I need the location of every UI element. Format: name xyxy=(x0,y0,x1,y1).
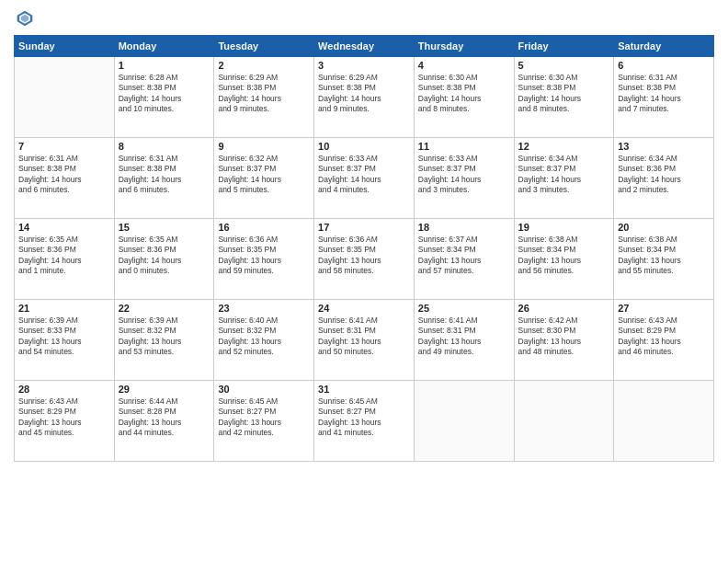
day-number: 18 xyxy=(418,222,510,233)
day-number: 3 xyxy=(318,60,410,71)
calendar-cell: 17Sunrise: 6:36 AM Sunset: 8:35 PM Dayli… xyxy=(314,219,415,300)
day-number: 16 xyxy=(218,222,310,233)
page: SundayMondayTuesdayWednesdayThursdayFrid… xyxy=(0,0,728,563)
calendar-cell: 7Sunrise: 6:31 AM Sunset: 8:38 PM Daylig… xyxy=(15,138,115,219)
calendar-week-row: 14Sunrise: 6:35 AM Sunset: 8:36 PM Dayli… xyxy=(15,219,714,300)
day-number: 7 xyxy=(18,141,110,152)
calendar-cell xyxy=(614,381,714,462)
calendar-cell: 18Sunrise: 6:37 AM Sunset: 8:34 PM Dayli… xyxy=(414,219,514,300)
calendar-cell: 5Sunrise: 6:30 AM Sunset: 8:38 PM Daylig… xyxy=(514,57,614,138)
calendar-cell: 31Sunrise: 6:45 AM Sunset: 8:27 PM Dayli… xyxy=(314,381,415,462)
day-info: Sunrise: 6:45 AM Sunset: 8:27 PM Dayligh… xyxy=(218,396,310,439)
weekday-row: SundayMondayTuesdayWednesdayThursdayFrid… xyxy=(15,36,714,57)
day-number: 8 xyxy=(119,141,210,152)
day-number: 29 xyxy=(119,384,210,395)
logo-icon xyxy=(16,9,34,28)
day-number: 20 xyxy=(618,222,710,233)
calendar-cell: 3Sunrise: 6:29 AM Sunset: 8:38 PM Daylig… xyxy=(314,57,415,138)
calendar-cell: 12Sunrise: 6:34 AM Sunset: 8:37 PM Dayli… xyxy=(514,138,614,219)
weekday-header-tuesday: Tuesday xyxy=(214,36,314,57)
weekday-header-saturday: Saturday xyxy=(614,36,714,57)
day-info: Sunrise: 6:35 AM Sunset: 8:36 PM Dayligh… xyxy=(18,235,110,277)
calendar-cell: 9Sunrise: 6:32 AM Sunset: 8:37 PM Daylig… xyxy=(214,138,314,219)
day-info: Sunrise: 6:44 AM Sunset: 8:28 PM Dayligh… xyxy=(119,396,210,439)
calendar-cell: 29Sunrise: 6:44 AM Sunset: 8:28 PM Dayli… xyxy=(114,381,214,462)
day-number: 22 xyxy=(119,303,210,314)
day-info: Sunrise: 6:28 AM Sunset: 8:38 PM Dayligh… xyxy=(119,73,210,115)
calendar-cell: 11Sunrise: 6:33 AM Sunset: 8:37 PM Dayli… xyxy=(414,138,514,219)
day-info: Sunrise: 6:39 AM Sunset: 8:32 PM Dayligh… xyxy=(119,316,210,358)
day-number: 19 xyxy=(518,222,610,233)
weekday-header-friday: Friday xyxy=(514,36,614,57)
calendar-cell xyxy=(514,381,614,462)
calendar-cell xyxy=(414,381,514,462)
calendar-cell: 24Sunrise: 6:41 AM Sunset: 8:31 PM Dayli… xyxy=(314,300,415,381)
day-info: Sunrise: 6:29 AM Sunset: 8:38 PM Dayligh… xyxy=(318,73,410,115)
day-info: Sunrise: 6:35 AM Sunset: 8:36 PM Dayligh… xyxy=(119,235,210,277)
day-info: Sunrise: 6:30 AM Sunset: 8:38 PM Dayligh… xyxy=(418,73,510,115)
day-number: 21 xyxy=(18,303,110,314)
day-info: Sunrise: 6:36 AM Sunset: 8:35 PM Dayligh… xyxy=(218,235,310,277)
weekday-header-wednesday: Wednesday xyxy=(314,36,415,57)
day-info: Sunrise: 6:33 AM Sunset: 8:37 PM Dayligh… xyxy=(318,154,410,196)
calendar-cell: 22Sunrise: 6:39 AM Sunset: 8:32 PM Dayli… xyxy=(114,300,214,381)
calendar-cell xyxy=(15,57,115,138)
day-info: Sunrise: 6:40 AM Sunset: 8:32 PM Dayligh… xyxy=(218,316,310,358)
day-number: 1 xyxy=(119,60,210,71)
calendar-cell: 26Sunrise: 6:42 AM Sunset: 8:30 PM Dayli… xyxy=(514,300,614,381)
calendar-cell: 23Sunrise: 6:40 AM Sunset: 8:32 PM Dayli… xyxy=(214,300,314,381)
day-info: Sunrise: 6:41 AM Sunset: 8:31 PM Dayligh… xyxy=(318,316,410,358)
header xyxy=(14,9,714,28)
calendar-cell: 8Sunrise: 6:31 AM Sunset: 8:38 PM Daylig… xyxy=(114,138,214,219)
day-info: Sunrise: 6:30 AM Sunset: 8:38 PM Dayligh… xyxy=(518,73,610,115)
calendar-cell: 1Sunrise: 6:28 AM Sunset: 8:38 PM Daylig… xyxy=(114,57,214,138)
day-number: 15 xyxy=(119,222,210,233)
calendar-cell: 30Sunrise: 6:45 AM Sunset: 8:27 PM Dayli… xyxy=(214,381,314,462)
day-number: 2 xyxy=(218,60,310,71)
calendar-cell: 15Sunrise: 6:35 AM Sunset: 8:36 PM Dayli… xyxy=(114,219,214,300)
calendar-week-row: 28Sunrise: 6:43 AM Sunset: 8:29 PM Dayli… xyxy=(15,381,714,462)
calendar-body: 1Sunrise: 6:28 AM Sunset: 8:38 PM Daylig… xyxy=(15,57,714,462)
day-number: 6 xyxy=(618,60,710,71)
day-number: 27 xyxy=(618,303,710,314)
day-info: Sunrise: 6:39 AM Sunset: 8:33 PM Dayligh… xyxy=(18,316,110,358)
day-number: 14 xyxy=(18,222,110,233)
day-number: 9 xyxy=(218,141,310,152)
calendar-cell: 13Sunrise: 6:34 AM Sunset: 8:36 PM Dayli… xyxy=(614,138,714,219)
day-info: Sunrise: 6:43 AM Sunset: 8:29 PM Dayligh… xyxy=(618,316,710,358)
day-info: Sunrise: 6:38 AM Sunset: 8:34 PM Dayligh… xyxy=(618,235,710,277)
logo xyxy=(14,9,34,28)
day-number: 12 xyxy=(518,141,610,152)
calendar-cell: 27Sunrise: 6:43 AM Sunset: 8:29 PM Dayli… xyxy=(614,300,714,381)
calendar-cell: 20Sunrise: 6:38 AM Sunset: 8:34 PM Dayli… xyxy=(614,219,714,300)
calendar-header: SundayMondayTuesdayWednesdayThursdayFrid… xyxy=(15,36,714,57)
day-info: Sunrise: 6:31 AM Sunset: 8:38 PM Dayligh… xyxy=(18,154,110,196)
calendar-table: SundayMondayTuesdayWednesdayThursdayFrid… xyxy=(14,35,714,462)
day-info: Sunrise: 6:41 AM Sunset: 8:31 PM Dayligh… xyxy=(418,316,510,358)
day-number: 17 xyxy=(318,222,410,233)
day-number: 25 xyxy=(418,303,510,314)
calendar-week-row: 1Sunrise: 6:28 AM Sunset: 8:38 PM Daylig… xyxy=(15,57,714,138)
calendar-cell: 21Sunrise: 6:39 AM Sunset: 8:33 PM Dayli… xyxy=(15,300,115,381)
day-number: 26 xyxy=(518,303,610,314)
day-number: 24 xyxy=(318,303,410,314)
day-number: 23 xyxy=(218,303,310,314)
day-info: Sunrise: 6:34 AM Sunset: 8:36 PM Dayligh… xyxy=(618,154,710,196)
calendar-cell: 6Sunrise: 6:31 AM Sunset: 8:38 PM Daylig… xyxy=(614,57,714,138)
calendar-cell: 25Sunrise: 6:41 AM Sunset: 8:31 PM Dayli… xyxy=(414,300,514,381)
calendar-cell: 14Sunrise: 6:35 AM Sunset: 8:36 PM Dayli… xyxy=(15,219,115,300)
calendar-week-row: 21Sunrise: 6:39 AM Sunset: 8:33 PM Dayli… xyxy=(15,300,714,381)
day-info: Sunrise: 6:36 AM Sunset: 8:35 PM Dayligh… xyxy=(318,235,410,277)
day-info: Sunrise: 6:43 AM Sunset: 8:29 PM Dayligh… xyxy=(18,396,110,439)
day-number: 5 xyxy=(518,60,610,71)
day-info: Sunrise: 6:38 AM Sunset: 8:34 PM Dayligh… xyxy=(518,235,610,277)
day-number: 10 xyxy=(318,141,410,152)
day-number: 4 xyxy=(418,60,510,71)
day-info: Sunrise: 6:45 AM Sunset: 8:27 PM Dayligh… xyxy=(318,396,410,439)
calendar-cell: 28Sunrise: 6:43 AM Sunset: 8:29 PM Dayli… xyxy=(15,381,115,462)
calendar-cell: 16Sunrise: 6:36 AM Sunset: 8:35 PM Dayli… xyxy=(214,219,314,300)
calendar-cell: 19Sunrise: 6:38 AM Sunset: 8:34 PM Dayli… xyxy=(514,219,614,300)
day-info: Sunrise: 6:31 AM Sunset: 8:38 PM Dayligh… xyxy=(119,154,210,196)
day-number: 31 xyxy=(318,384,410,395)
day-number: 30 xyxy=(218,384,310,395)
